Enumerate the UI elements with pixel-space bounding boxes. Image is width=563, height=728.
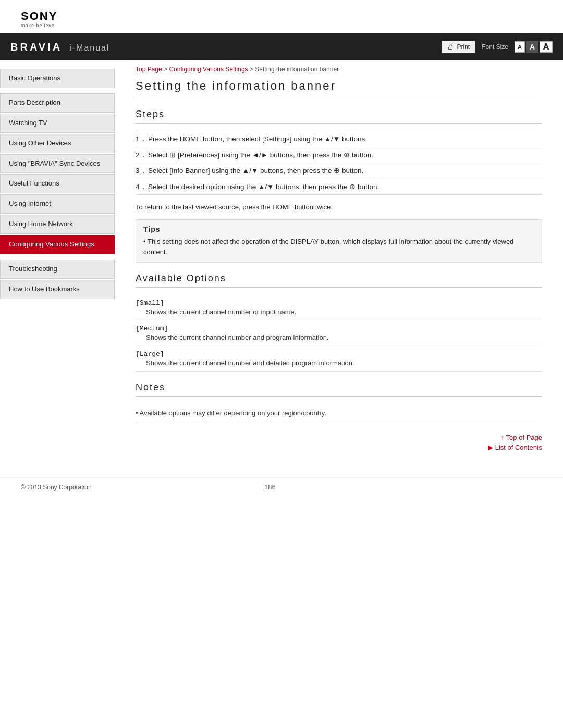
header-bar: BRAVIA i-Manual 🖨 Print Font Size A A A <box>0 33 563 60</box>
sidebar-item-parts-description[interactable]: Parts Description <box>0 93 115 113</box>
tips-text: This setting does not affect the operati… <box>143 237 534 257</box>
step-4: 4． Select the desired option using the ▲… <box>136 179 542 195</box>
sony-logo: SONY make.believe <box>21 9 542 28</box>
option-small-label: [Small] <box>136 299 542 307</box>
notes-heading: Notes <box>136 382 542 397</box>
step-1: 1． Press the HOME button, then select [S… <box>136 131 542 147</box>
breadcrumb: Top Page > Configuring Various Settings … <box>136 60 542 77</box>
option-large-label: [Large] <box>136 350 542 358</box>
option-small-desc: Shows the current channel number or inpu… <box>136 308 542 316</box>
copyright: © 2013 Sony Corporation <box>21 484 92 491</box>
notes-text: Available options may differ depending o… <box>136 404 542 423</box>
sidebar-item-using-bravia-sync[interactable]: Using "BRAVIA" Sync Devices <box>0 154 115 174</box>
sidebar-item-how-to-use-bookmarks[interactable]: How to Use Bookmarks <box>0 280 115 299</box>
step-1-text: Press the HOME button, then select [Sett… <box>148 135 367 143</box>
content-area: Top Page > Configuring Various Settings … <box>115 60 563 472</box>
sony-tagline: make.believe <box>21 23 55 28</box>
font-size-buttons: A A A <box>515 41 553 53</box>
sidebar-item-basic-operations[interactable]: Basic Operations <box>0 69 115 88</box>
option-large: [Large] Shows the current channel number… <box>136 346 542 372</box>
steps-heading: Steps <box>136 109 542 124</box>
option-medium-label: [Medium] <box>136 325 542 332</box>
step-3-text: Select [Info Banner] using the ▲/▼ butto… <box>148 167 363 175</box>
list-of-contents-link[interactable]: ▶ List of Contents <box>488 443 542 451</box>
bravia-brand: BRAVIA <box>10 41 62 53</box>
top-of-page-link[interactable]: ↑ Top of Page <box>501 434 542 441</box>
breadcrumb-current: Setting the information banner <box>255 66 339 73</box>
header-left: BRAVIA i-Manual <box>10 41 110 53</box>
option-medium: [Medium] Shows the current channel numbe… <box>136 320 542 346</box>
sidebar-item-using-home-network[interactable]: Using Home Network <box>0 215 115 234</box>
font-size-label: Font Size <box>482 43 508 51</box>
option-small: [Small] Shows the current channel number… <box>136 295 542 320</box>
option-medium-desc: Shows the current channel number and pro… <box>136 334 542 341</box>
page-title: Setting the information banner <box>136 79 542 98</box>
sidebar-item-useful-functions[interactable]: Useful Functions <box>0 174 115 193</box>
step-4-text: Select the desired option using the ▲/▼ … <box>148 183 379 191</box>
step-3: 3． Select [Info Banner] using the ▲/▼ bu… <box>136 163 542 179</box>
step-2: 2． Select ⊞ [Preferences] using the ◄/► … <box>136 147 542 164</box>
breadcrumb-sep1: > <box>164 66 169 73</box>
bottom-bar: © 2013 Sony Corporation 186 <box>0 477 563 496</box>
step-2-text: Select ⊞ [Preferences] using the ◄/► but… <box>148 151 373 159</box>
options-section: [Small] Shows the current channel number… <box>136 295 542 372</box>
header-right: 🖨 Print Font Size A A A <box>442 41 553 53</box>
breadcrumb-top-page[interactable]: Top Page <box>136 66 162 73</box>
print-button[interactable]: 🖨 Print <box>442 41 476 53</box>
option-large-desc: Shows the current channel number and det… <box>136 359 542 367</box>
logo-bar: SONY make.believe <box>0 0 563 33</box>
breadcrumb-configuring[interactable]: Configuring Various Settings <box>169 66 248 73</box>
page-number: 186 <box>92 483 448 491</box>
imanual-product: i-Manual <box>69 43 109 53</box>
tips-heading: Tips <box>143 225 534 233</box>
font-size-small-button[interactable]: A <box>515 41 525 53</box>
sony-wordmark: SONY <box>21 9 57 23</box>
tips-box: Tips This setting does not affect the op… <box>136 219 542 263</box>
sidebar-item-configuring-various-settings[interactable]: Configuring Various Settings <box>0 235 115 254</box>
steps-list: 1． Press the HOME button, then select [S… <box>136 131 542 195</box>
sidebar-item-using-other-devices[interactable]: Using Other Devices <box>0 134 115 153</box>
font-size-large-button[interactable]: A <box>540 41 553 53</box>
font-size-medium-button[interactable]: A <box>526 41 538 53</box>
sidebar-item-troubleshooting[interactable]: Troubleshooting <box>0 260 115 279</box>
printer-icon: 🖨 <box>447 43 454 51</box>
breadcrumb-sep2: > <box>250 66 255 73</box>
return-note: To return to the last viewed source, pre… <box>136 203 542 211</box>
sidebar: Basic Operations Parts Description Watch… <box>0 60 115 472</box>
available-options-heading: Available Options <box>136 273 542 288</box>
sidebar-item-using-internet[interactable]: Using Internet <box>0 194 115 214</box>
footer-links: ↑ Top of Page ▶ List of Contents <box>136 434 542 451</box>
sidebar-item-watching-tv[interactable]: Watching TV <box>0 114 115 133</box>
notes-section: Available options may differ depending o… <box>136 404 542 423</box>
main-layout: Basic Operations Parts Description Watch… <box>0 60 563 472</box>
print-label: Print <box>457 43 470 51</box>
